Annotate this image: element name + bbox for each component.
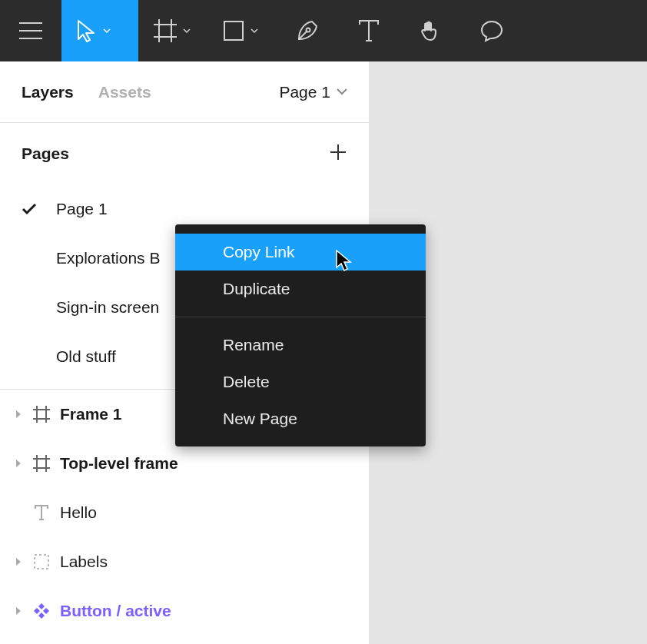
pen-icon	[295, 18, 320, 43]
ctx-new-page[interactable]: New Page	[175, 400, 426, 437]
ctx-delete[interactable]: Delete	[175, 363, 426, 400]
chevron-down-icon	[183, 27, 191, 35]
tab-assets[interactable]: Assets	[98, 83, 151, 101]
chevron-down-icon	[251, 27, 258, 35]
layer-label: Top-level frame	[60, 454, 178, 473]
group-icon	[29, 553, 54, 570]
svg-point-8	[307, 28, 310, 32]
frame-tool-button[interactable]	[138, 0, 207, 61]
page-label: Sign-in screen	[56, 298, 159, 317]
text-icon	[29, 504, 54, 521]
layer-label: Hello	[60, 503, 97, 522]
main-menu-button[interactable]	[0, 0, 61, 61]
move-icon	[77, 19, 97, 42]
layer-label: Frame 1	[60, 405, 122, 423]
expand-caret-icon[interactable]	[8, 606, 29, 616]
layer-item[interactable]: Labels	[3, 537, 366, 586]
svg-rect-20	[35, 555, 48, 569]
text-tool-button[interactable]	[338, 0, 400, 61]
chevron-down-icon	[103, 27, 111, 35]
pages-header: Pages	[22, 123, 347, 184]
layer-label: Button / active	[60, 602, 171, 620]
hamburger-icon	[19, 22, 42, 39]
page-label: Explorations B	[56, 249, 160, 267]
svg-rect-7	[224, 22, 243, 40]
ctx-copy-link[interactable]: Copy Link	[175, 234, 426, 271]
ctx-separator	[175, 317, 426, 317]
panel-header: Layers Assets Page 1	[0, 61, 369, 123]
expand-caret-icon[interactable]	[8, 410, 29, 419]
context-menu: Copy Link Duplicate Rename Delete New Pa…	[175, 224, 426, 446]
hand-icon	[418, 18, 443, 43]
current-page-label: Page 1	[279, 83, 330, 101]
frame-icon	[29, 406, 54, 423]
toolbar	[0, 0, 647, 61]
tab-layers[interactable]: Layers	[22, 83, 74, 101]
check-icon	[22, 203, 56, 215]
chevron-down-icon	[337, 88, 347, 95]
ctx-rename[interactable]: Rename	[175, 327, 426, 363]
add-page-button[interactable]	[329, 143, 347, 164]
move-tool-button[interactable]	[61, 0, 138, 61]
text-icon	[358, 19, 380, 42]
layer-item[interactable]: Button / active	[3, 586, 366, 636]
layer-label: Labels	[60, 553, 108, 571]
frame-icon	[29, 455, 54, 472]
page-label: Page 1	[56, 200, 108, 218]
rectangle-icon	[223, 20, 244, 41]
pages-title: Pages	[22, 144, 69, 163]
component-icon	[29, 602, 54, 620]
shape-tool-button[interactable]	[207, 0, 277, 61]
pen-tool-button[interactable]	[277, 0, 338, 61]
expand-caret-icon[interactable]	[8, 459, 29, 468]
ctx-duplicate[interactable]: Duplicate	[175, 271, 426, 307]
comment-icon	[479, 18, 504, 43]
comment-tool-button[interactable]	[461, 0, 523, 61]
hand-tool-button[interactable]	[400, 0, 461, 61]
plus-icon	[329, 143, 347, 161]
layer-item[interactable]: Hello	[3, 488, 366, 537]
page-switcher[interactable]: Page 1	[279, 83, 347, 101]
frame-icon	[154, 19, 177, 42]
expand-caret-icon[interactable]	[8, 557, 29, 566]
page-label: Old stuff	[56, 347, 116, 366]
